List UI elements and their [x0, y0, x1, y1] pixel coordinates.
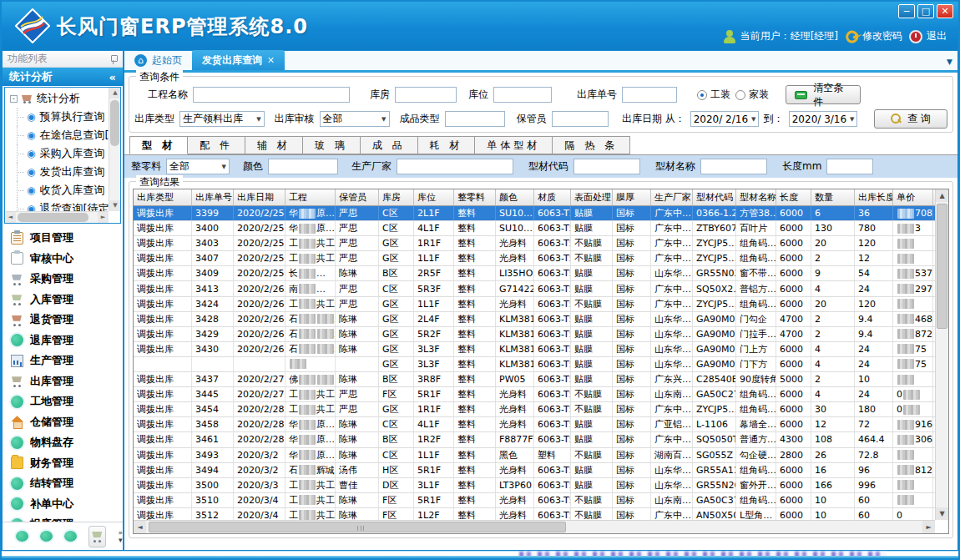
column-header-工程[interactable]: 工程: [285, 189, 336, 205]
warehouse-input[interactable]: [395, 87, 457, 103]
sidebar-item-审核中心[interactable]: 审核中心: [3, 249, 123, 270]
outbound-type-select[interactable]: 生产领料出库: [179, 111, 265, 127]
sidebar-item-财务管理[interactable]: 财务管理: [3, 453, 123, 474]
column-header-材质[interactable]: 材质: [534, 189, 571, 205]
sidebar-item-退库管理[interactable]: 退库管理: [3, 330, 123, 351]
sidebar-item-出库管理[interactable]: 出库管理: [3, 371, 123, 392]
column-header-型材代码[interactable]: 型材代码: [693, 189, 736, 205]
tab-overflow-dropdown[interactable]: ▼: [947, 58, 952, 66]
column-header-出库长度[interactable]: 出库长度: [855, 189, 893, 205]
scroll-left-icon[interactable]: ◄: [5, 212, 16, 223]
color-input[interactable]: [268, 159, 338, 174]
column-header-保管员[interactable]: 保管员: [336, 189, 379, 205]
dock-dot-icon-2[interactable]: [40, 531, 53, 542]
table-row[interactable]: 调拨出库34302020/2/26石城陈琳G区3L3F整料KLM38176063…: [134, 342, 935, 357]
change-password-button[interactable]: 修改密码: [845, 29, 902, 43]
column-header-出库单号[interactable]: 出库单号: [192, 189, 234, 205]
name-input[interactable]: [700, 159, 767, 174]
table-row[interactable]: 调拨出库34092020/2/25长…陈琳B区2R5F整料LI35HO6063-…: [134, 266, 935, 281]
material-tab-隔热条[interactable]: 隔 热 条: [553, 136, 630, 154]
table-row[interactable]: 调拨出库34292020/2/26石城陈琳G区5R2F整料KLM38176063…: [134, 327, 935, 342]
sidebar-item-仓储管理[interactable]: 仓储管理: [3, 412, 123, 433]
column-header-膜厚[interactable]: 膜厚: [613, 189, 651, 205]
table-row[interactable]: 调拨出库34132020/2/26南…严思C区5R3F整料G714226063-…: [134, 281, 935, 296]
column-header-长度[interactable]: 长度: [776, 189, 811, 205]
tab-close-icon[interactable]: ✕: [267, 55, 275, 66]
logout-button[interactable]: 退出: [909, 29, 947, 43]
sidebar-item-采购管理[interactable]: 采购管理: [3, 269, 123, 290]
location-input[interactable]: [493, 87, 552, 103]
pin-icon[interactable]: [109, 54, 118, 64]
table-row[interactable]: 调拨出库34542020/2/28工共工程严思G区1R1F整料光身料6063-T…: [134, 402, 935, 417]
column-header-表面处理[interactable]: 表面处理: [571, 189, 613, 205]
section-header[interactable]: 统计分析 «: [3, 68, 123, 86]
table-row[interactable]: 调拨出库33992020/2/25华原…严思C区2L1F整料SU10…6063-…: [134, 206, 935, 221]
date-from-picker[interactable]: 2020/ 2/16: [690, 111, 759, 127]
column-header-库位[interactable]: 库位: [414, 189, 454, 205]
dock-overflow-button[interactable]: »▾: [118, 529, 123, 544]
table-row[interactable]: 调拨出库34372020/2/27佛…陈琳B区3R8F整料PW056063-T5…: [134, 372, 935, 387]
material-tab-玻璃[interactable]: 玻 璃: [303, 136, 361, 154]
search-button[interactable]: 查 询: [874, 109, 947, 129]
scroll-up-icon[interactable]: ▲: [109, 88, 121, 98]
dock-cart-button[interactable]: [88, 526, 106, 547]
maximize-button[interactable]: □: [917, 4, 934, 18]
tab-起始页[interactable]: ⌂起始页: [124, 50, 192, 70]
date-to-picker[interactable]: 2020/ 3/16: [789, 111, 857, 127]
column-header-颜色[interactable]: 颜色: [496, 189, 534, 205]
sidebar-item-补单中心[interactable]: 补单中心: [3, 494, 123, 515]
material-tab-辅材[interactable]: 辅 材: [245, 136, 303, 154]
tree-vertical-scrollbar[interactable]: ▲ ▼: [109, 88, 120, 211]
outbound-no-input[interactable]: [622, 87, 677, 103]
table-row[interactable]: 调拨出库34612020/2/28华原…陈琳B区1R2F整料F8877FT606…: [134, 432, 935, 447]
gongzhuang-radio[interactable]: 工装: [697, 88, 730, 102]
length-input[interactable]: [826, 159, 873, 174]
tree-item[interactable]: ◉预算执行查询: [10, 108, 109, 126]
material-tab-配件[interactable]: 配 件: [188, 136, 245, 154]
sidebar-item-物料盘存[interactable]: 物料盘存: [3, 432, 123, 453]
collapse-icon[interactable]: «: [109, 71, 116, 83]
close-button[interactable]: ✕: [937, 4, 953, 18]
grid-vertical-scrollbar[interactable]: ▲ ▼: [935, 189, 948, 520]
table-row[interactable]: 调拨出库34282020/2/26石城陈琳G区2L4F整料KLM38176063…: [134, 312, 935, 327]
column-header-出库日期[interactable]: 出库日期: [234, 189, 285, 205]
table-row[interactable]: 调拨出库34942020/3/2石辉城汤伟H区5R1F整料光身料6063-T5贴…: [134, 463, 935, 478]
column-header-库房[interactable]: 库房: [379, 189, 414, 205]
grid-scroll-down-icon[interactable]: ▼: [936, 507, 948, 520]
scroll-down-icon[interactable]: ▼: [109, 200, 121, 211]
table-row[interactable]: 调拨出库34932020/3/2华原…陈琳C区1L1F整料黑色塑料不贴膜国标湖南…: [134, 448, 935, 463]
column-header-数量[interactable]: 数量: [811, 189, 855, 205]
dock-dot-icon-1[interactable]: [16, 531, 28, 542]
grid-scroll-up-icon[interactable]: ▲: [936, 189, 948, 202]
tree-horizontal-scrollbar[interactable]: ◄ ►: [5, 211, 109, 223]
project-name-input[interactable]: [193, 87, 350, 103]
material-tab-型材[interactable]: 型 材: [129, 136, 188, 154]
column-header-型材名称[interactable]: 型材名称: [736, 189, 776, 205]
product-type-input[interactable]: [445, 111, 505, 127]
grid-scroll-right-icon[interactable]: ►: [922, 521, 935, 533]
minimize-button[interactable]: ─: [898, 4, 915, 18]
material-tab-耗材[interactable]: 耗 材: [418, 136, 476, 154]
tree-expand-icon[interactable]: -: [10, 95, 18, 103]
sidebar-item-报废管理[interactable]: 报废管理: [3, 514, 123, 522]
tree-item[interactable]: ◉退货查询[待定]: [10, 199, 109, 211]
table-row[interactable]: 调拨出库34582020/2/28华原…陈琳C区4L1F整料光身料6063-T5…: [134, 417, 935, 432]
table-row[interactable]: 调拨出库34242020/2/26工共工程严思G区1L1F整料光身料6063-T…: [134, 297, 935, 312]
keeper-input[interactable]: [552, 111, 609, 127]
audit-select[interactable]: 全部: [320, 111, 390, 127]
table-row[interactable]: 调拨出库34452020/2/27工共工程严思F区5R1F整料光身料6063-T…: [134, 387, 935, 402]
manufacturer-input[interactable]: [397, 159, 513, 174]
material-tab-成品[interactable]: 成 品: [361, 136, 418, 154]
jiazhuang-radio[interactable]: 家装: [735, 88, 769, 102]
tab-发货出库查询[interactable]: 发货出库查询✕: [192, 50, 285, 70]
clear-conditions-button[interactable]: 清空条件: [786, 85, 861, 104]
tree-root-node[interactable]: - 统计分析: [10, 89, 109, 108]
grid-scroll-left-icon[interactable]: ◄: [134, 521, 146, 533]
sidebar-item-入库管理[interactable]: 入库管理: [3, 290, 123, 310]
sidebar-item-退货管理[interactable]: 退货管理: [3, 310, 123, 330]
code-input[interactable]: [573, 159, 640, 174]
table-row[interactable]: 调拨出库34002020/2/25华原…严思C区4L1F整料SU10…6063-…: [134, 221, 935, 236]
dock-dot-icon-3[interactable]: [64, 531, 77, 542]
column-header-整零料[interactable]: 整零料: [454, 189, 496, 205]
column-header-生产厂家[interactable]: 生产厂家: [651, 189, 693, 205]
